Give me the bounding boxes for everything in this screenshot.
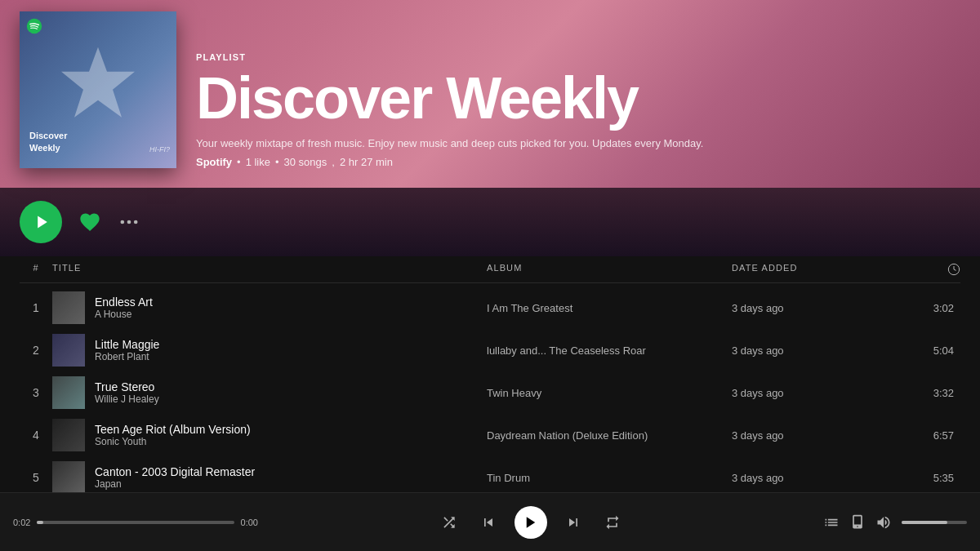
svg-marker-2: [38, 216, 47, 229]
queue-button[interactable]: [823, 513, 843, 532]
track-row[interactable]: 1 Endless Art A House I Am The Greatest …: [20, 287, 960, 329]
player-play-button[interactable]: [514, 506, 547, 539]
track-number: 1: [20, 301, 52, 314]
playlist-duration: 2 hr 27 min: [340, 156, 393, 168]
track-date-added: 3 days ago: [732, 387, 895, 399]
album-art-star: [57, 43, 139, 128]
svg-point-5: [134, 220, 138, 224]
track-thumbnail: [52, 419, 85, 451]
track-number: 2: [20, 344, 52, 357]
player-center: [258, 506, 804, 539]
playlist-title: Discover Weekly: [196, 69, 703, 127]
track-name-block: Endless Art A House: [95, 295, 153, 320]
track-date-added: 3 days ago: [732, 472, 895, 484]
repeat-button[interactable]: [599, 509, 626, 535]
player-left: 0:02 0:00: [13, 518, 258, 527]
volume-button[interactable]: [875, 513, 895, 532]
track-info: True Stereo Willie J Healey: [52, 376, 487, 409]
track-album: Twin Heavy: [487, 387, 732, 399]
more-options-button[interactable]: [118, 211, 140, 233]
track-album: Tin Drum: [487, 472, 732, 484]
album-art: DiscoverWeekly HI-FI?: [20, 11, 176, 168]
player-controls: [436, 506, 626, 539]
playlist-meta: Spotify • 1 like • 30 songs , 2 hr 27 mi…: [196, 156, 703, 168]
play-button[interactable]: [20, 201, 62, 243]
col-header-num: #: [20, 263, 52, 276]
track-name: Teen Age Riot (Album Version): [95, 423, 251, 436]
playlist-description: Your weekly mixtape of fresh music. Enjo…: [196, 137, 703, 149]
track-number: 4: [20, 429, 52, 442]
track-name: Little Maggie: [95, 338, 159, 351]
track-list-header: # TITLE ALBUM DATE ADDED: [20, 256, 960, 283]
col-header-duration: [895, 263, 960, 276]
track-name: Canton - 2003 Digital Remaster: [95, 465, 255, 478]
col-header-date: DATE ADDED: [732, 263, 895, 276]
track-row[interactable]: 2 Little Maggie Robert Plant lullaby and…: [20, 329, 960, 371]
track-thumbnail: [52, 334, 85, 367]
track-info: Teen Age Riot (Album Version) Sonic Yout…: [52, 419, 487, 451]
previous-button[interactable]: [475, 509, 501, 535]
volume-fill: [902, 521, 947, 524]
shuffle-button[interactable]: [436, 509, 462, 535]
track-album: I Am The Greatest: [487, 302, 732, 314]
total-time: 0:00: [241, 518, 258, 527]
current-time: 0:02: [13, 518, 30, 527]
track-date-added: 3 days ago: [732, 344, 895, 357]
track-artist: Robert Plant: [95, 351, 159, 362]
like-count: 1 like: [246, 156, 270, 168]
like-button[interactable]: [78, 211, 101, 233]
volume-bar[interactable]: [902, 521, 967, 524]
track-number: 3: [20, 386, 52, 399]
track-artist: Willie J Healey: [95, 393, 159, 405]
svg-point-3: [121, 220, 125, 224]
track-album: Daydream Nation (Deluxe Edition): [487, 429, 732, 442]
playlist-header: DiscoverWeekly HI-FI? PLAYLIST Discover …: [0, 0, 980, 188]
curator-name: Spotify: [196, 156, 232, 168]
track-duration: 5:04: [895, 344, 960, 357]
track-date-added: 3 days ago: [732, 429, 895, 442]
progress-fill: [37, 521, 42, 524]
track-artist: A House: [95, 309, 153, 320]
track-artist: Sonic Youth: [95, 436, 251, 447]
track-list: # TITLE ALBUM DATE ADDED 1 Endless Art A…: [0, 256, 980, 499]
col-header-album: ALBUM: [487, 263, 732, 276]
track-info: Little Maggie Robert Plant: [52, 334, 487, 367]
album-art-hifi: HI-FI?: [149, 145, 170, 153]
controls-bar: [0, 188, 980, 256]
track-date-added: 3 days ago: [732, 302, 895, 314]
player-bar: 0:02 0:00: [0, 492, 980, 551]
track-row[interactable]: 3 True Stereo Willie J Healey Twin Heavy…: [20, 371, 960, 414]
track-name-block: Teen Age Riot (Album Version) Sonic Yout…: [95, 423, 251, 447]
svg-marker-1: [61, 47, 135, 118]
track-name-block: Canton - 2003 Digital Remaster Japan: [95, 465, 255, 490]
track-name-block: True Stereo Willie J Healey: [95, 380, 159, 405]
track-duration: 3:02: [895, 302, 960, 314]
song-count: 30 songs: [284, 156, 327, 168]
track-duration: 3:32: [895, 387, 960, 399]
track-duration: 5:35: [895, 472, 960, 484]
header-info: PLAYLIST Discover Weekly Your weekly mix…: [196, 52, 703, 168]
track-thumbnail: [52, 461, 85, 494]
player-right: [804, 513, 967, 532]
playlist-label: PLAYLIST: [196, 52, 703, 62]
svg-point-4: [127, 220, 131, 224]
track-name-block: Little Maggie Robert Plant: [95, 338, 159, 362]
album-art-text: DiscoverWeekly: [29, 130, 67, 153]
track-album: lullaby and... The Ceaseless Roar: [487, 344, 732, 357]
track-info: Endless Art A House: [52, 291, 487, 324]
track-thumbnail: [52, 291, 85, 324]
svg-marker-7: [527, 517, 536, 528]
spotify-logo: [26, 18, 42, 34]
next-button[interactable]: [560, 509, 586, 535]
track-row[interactable]: 4 Teen Age Riot (Album Version) Sonic Yo…: [20, 414, 960, 456]
track-duration: 6:57: [895, 429, 960, 442]
track-name: True Stereo: [95, 380, 159, 393]
track-artist: Japan: [95, 478, 255, 490]
track-info: Canton - 2003 Digital Remaster Japan: [52, 461, 487, 494]
progress-bar[interactable]: [37, 521, 234, 524]
track-rows: 1 Endless Art A House I Am The Greatest …: [20, 287, 960, 499]
track-name: Endless Art: [95, 295, 153, 309]
track-thumbnail: [52, 376, 85, 409]
col-header-title: TITLE: [52, 263, 487, 276]
device-button[interactable]: [849, 513, 869, 532]
